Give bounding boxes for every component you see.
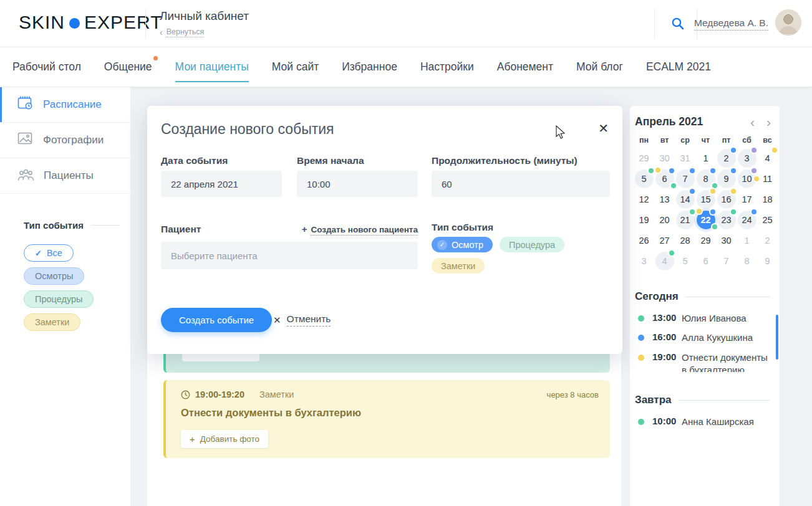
- day-number: 28: [680, 236, 690, 246]
- event-row[interactable]: 13:00Юлия Иванова: [635, 312, 770, 325]
- filter-pill-0[interactable]: ✓Все: [24, 244, 74, 262]
- calendar-day[interactable]: 3: [634, 251, 654, 271]
- add-photo-button[interactable]: + Добавить фото: [181, 430, 268, 448]
- day-number: 8: [703, 174, 708, 184]
- note-card-title: Отнести документы в бухгалтерию: [181, 407, 361, 419]
- nav-tab-label: Абонемент: [497, 60, 553, 73]
- calendar-day[interactable]: 2: [757, 230, 778, 251]
- calendar-day[interactable]: 7: [675, 168, 695, 189]
- event-row[interactable]: 10:00Анна Каширская: [635, 416, 770, 428]
- filter-pill-2[interactable]: Процедуры: [24, 290, 94, 308]
- sidebar-item-calendar[interactable]: Расписание: [0, 87, 130, 123]
- calendar-day[interactable]: 2: [716, 148, 737, 168]
- event-type-chip-0[interactable]: ✓Осмотр: [432, 237, 493, 252]
- calendar-day[interactable]: 19: [634, 209, 654, 230]
- user-menu[interactable]: Медведева А. В.: [694, 17, 768, 31]
- nav-tab-0[interactable]: Рабочий стол: [12, 57, 81, 77]
- calendar-day[interactable]: 20: [654, 209, 675, 230]
- sidebar-item-photos[interactable]: Фотографии: [0, 123, 130, 158]
- close-button[interactable]: ✕: [598, 122, 609, 135]
- calendar-day[interactable]: 24: [737, 209, 757, 230]
- calendar-day[interactable]: 14: [675, 189, 695, 209]
- calendar-day[interactable]: 25: [757, 209, 778, 230]
- day-number: 4: [765, 153, 770, 163]
- calendar-day[interactable]: 26: [634, 230, 654, 251]
- nav-tab-5[interactable]: Настройки: [420, 57, 474, 77]
- event-row[interactable]: 16:00Алла Кукушкина: [635, 332, 770, 344]
- nav-tab-2[interactable]: Мои пациенты: [175, 57, 249, 77]
- calendar-day[interactable]: 30: [654, 148, 675, 168]
- create-event-button[interactable]: Создать событие: [161, 308, 272, 332]
- calendar-day[interactable]: 5: [634, 168, 654, 189]
- calendar-day[interactable]: 8: [695, 168, 716, 189]
- calendar-day[interactable]: 4: [757, 148, 778, 168]
- calendar-day[interactable]: 9: [716, 168, 737, 189]
- calendar-day[interactable]: 13: [654, 189, 675, 209]
- calendar-day[interactable]: 29: [634, 148, 654, 168]
- filter-pill-3[interactable]: Заметки: [24, 313, 80, 331]
- nav-tab-1[interactable]: Общение: [104, 57, 152, 77]
- filter-pill-label: Все: [47, 248, 62, 258]
- calendar-day[interactable]: 6: [695, 251, 716, 271]
- cancel-button[interactable]: ✕ Отменить: [273, 313, 331, 327]
- event-dot-blue: [690, 189, 695, 194]
- sidebar-item-patients[interactable]: Пациенты: [0, 158, 130, 194]
- avatar[interactable]: [775, 9, 801, 36]
- weekday-label: вт: [654, 136, 675, 145]
- calendar-day[interactable]: 8: [737, 251, 757, 271]
- calendar-day[interactable]: 15: [695, 189, 716, 209]
- weekday-label: пн: [634, 136, 654, 145]
- date-input[interactable]: [161, 171, 282, 197]
- calendar-day[interactable]: 16: [716, 189, 737, 209]
- prev-month-button[interactable]: ‹: [750, 115, 755, 128]
- calendar-day[interactable]: 6: [654, 168, 675, 189]
- chevron-left-icon: ‹: [160, 27, 163, 37]
- calendar-day[interactable]: 3: [737, 148, 757, 168]
- calendar-day[interactable]: 27: [654, 230, 675, 251]
- calendar-day[interactable]: 29: [695, 230, 716, 251]
- time-input[interactable]: [297, 171, 418, 197]
- calendar-day[interactable]: 4: [654, 251, 675, 271]
- nav-tab-6[interactable]: Абонемент: [497, 57, 553, 77]
- calendar-day[interactable]: 5: [675, 251, 695, 271]
- create-patient-link[interactable]: + Создать нового пациента: [302, 224, 418, 236]
- calendar-day[interactable]: 31: [675, 148, 695, 168]
- search-button[interactable]: [666, 14, 690, 33]
- event-card-note[interactable]: 19:00-19:20 Заметки через 8 часов Отнест…: [163, 380, 610, 458]
- weekday-label: чт: [695, 136, 716, 145]
- day-number: 19: [639, 215, 649, 225]
- calendar-day[interactable]: 23: [716, 209, 737, 230]
- calendar-day[interactable]: 1: [737, 230, 757, 251]
- back-link[interactable]: ‹ Вернуться: [160, 27, 204, 37]
- calendar-day[interactable]: 21: [675, 209, 695, 230]
- calendar-day[interactable]: 17: [737, 189, 757, 209]
- day-number: 6: [703, 256, 708, 266]
- event-dot-yellow: [697, 209, 702, 214]
- calendar-day[interactable]: 28: [675, 230, 695, 251]
- nav-tab-3[interactable]: Мой сайт: [272, 57, 319, 77]
- search-icon: [671, 17, 685, 31]
- nav-tab-8[interactable]: ECALM 2021: [646, 57, 711, 77]
- calendar-day[interactable]: 12: [634, 189, 654, 209]
- event-row[interactable]: 19:00Отнести документы в бухгалтерию: [635, 351, 770, 373]
- nav-tab-7[interactable]: Мой блог: [576, 57, 623, 77]
- next-month-button[interactable]: ›: [766, 115, 771, 128]
- duration-input[interactable]: [432, 171, 610, 197]
- calendar-day-selected[interactable]: 22: [695, 209, 716, 230]
- event-type-chip-2[interactable]: Заметки: [432, 258, 485, 274]
- filter-pill-1[interactable]: Осмотры: [24, 267, 84, 285]
- scrollbar-thumb[interactable]: [776, 315, 778, 360]
- calendar-day[interactable]: 10: [737, 168, 757, 189]
- calendar-day[interactable]: 1: [695, 148, 716, 168]
- patient-input[interactable]: [161, 242, 418, 269]
- nav-tab-label: ECALM 2021: [646, 60, 711, 73]
- sidebar-item-label: Пациенты: [44, 169, 94, 182]
- calendar-day[interactable]: 9: [757, 251, 778, 271]
- calendar-day[interactable]: 7: [716, 251, 737, 271]
- nav-tab-4[interactable]: Избранное: [342, 57, 397, 77]
- calendar-day[interactable]: 30: [716, 230, 737, 251]
- mouse-cursor: [556, 125, 566, 143]
- event-type-chip-1[interactable]: Процедура: [500, 237, 564, 252]
- calendar-day[interactable]: 18: [757, 189, 778, 209]
- calendar-day[interactable]: 11: [757, 168, 778, 189]
